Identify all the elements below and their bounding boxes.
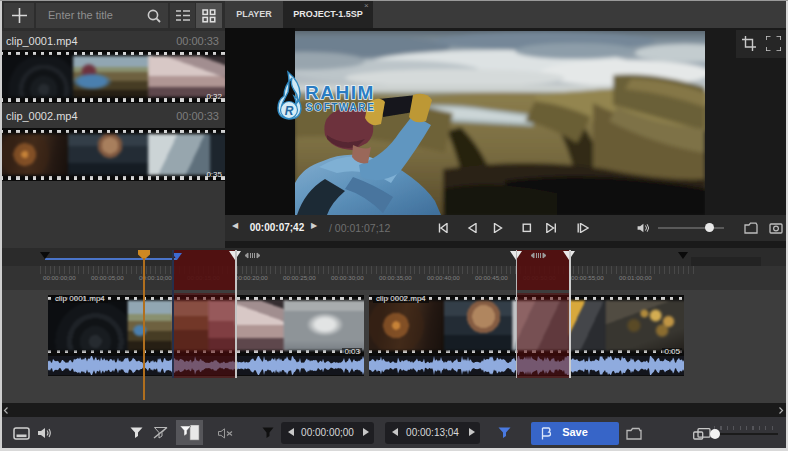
svg-text:R: R [285,104,294,118]
svg-text:SOFTWARE: SOFTWARE [306,102,375,113]
svg-text:RAHIM: RAHIM [305,82,375,103]
